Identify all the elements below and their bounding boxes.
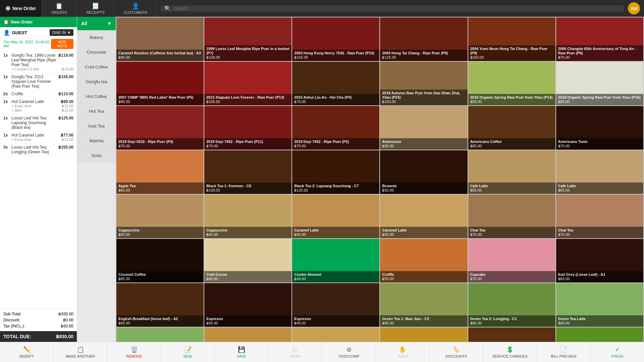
product-card[interactable]: 2004 Yuen Neun Hong Tai Chang - Raw Puer… [468, 17, 555, 61]
product-card[interactable]: Caramel Rooibos (Caffeine free herbal te… [116, 17, 204, 61]
service-charges-button[interactable]: 💲 SERVICE CHARGES [483, 342, 537, 362]
order-item[interactable]: 2x Croffle ฿110.00 [0, 90, 77, 98]
product-card[interactable]: Earl Grey (Loose Leaf) - A1 ฿65.00 [556, 239, 643, 282]
save-button[interactable]: 💾 SAVE [215, 342, 268, 362]
product-card[interactable]: Hazelnut Latte ฿65.00 [204, 327, 291, 342]
product-card[interactable]: Americano Tonic ฿75.00 [556, 106, 643, 150]
finish-button[interactable]: ✓ FINISH [591, 342, 644, 362]
make-another-label: MAKE ANOTHER [66, 354, 95, 358]
tab-customers[interactable]: 👤 CUSTOMERS [114, 0, 157, 17]
order-item[interactable]: 1x Hot Caramel Latte ฿77.00 + Extra shot… [0, 132, 77, 144]
add-note-button[interactable]: ADD NOTE [51, 39, 73, 49]
product-overlay: 2018 Organic Spring Raw Puer from Yiwu (… [556, 94, 643, 105]
product-card[interactable]: 2019 Dayi 7452 - Ripe Puer (P11) ฿75.00 [204, 106, 291, 150]
category-cold-coffee[interactable]: Cold Coffee [77, 60, 116, 74]
all-category-button[interactable]: All ▼ [77, 17, 116, 30]
product-card[interactable]: Caramel Latte ฿65.00 [380, 195, 467, 238]
order-item[interactable]: 1x Gongfu Tea: 2013 Xiaguan Love Forever… [0, 73, 77, 90]
remove-button[interactable]: 🗑️ REMOVE [107, 342, 161, 362]
send-button[interactable]: ▷ SEND [268, 342, 322, 362]
tab-receipts[interactable]: 🧾 RECEIPTS [77, 0, 114, 17]
product-card[interactable]: 1999 Loose Leaf Menghai Ripe Puer in a b… [204, 17, 291, 61]
product-card[interactable]: Brownie ฿55.00 [380, 150, 467, 194]
product-card[interactable]: 2007 CNNP '9891 Red Label' Raw Puer (P5)… [116, 62, 204, 105]
category-soda[interactable]: Soda [77, 148, 116, 163]
void-icon: ⊘ [346, 346, 352, 353]
item-name: Gongfu Tea: 1999 Loose Leaf Menghai Ripe… [10, 53, 58, 67]
hold-button[interactable]: ✋ HOLD [376, 342, 430, 362]
modify-icon: ✏️ [23, 346, 31, 353]
product-name: Americano Tonic [558, 140, 641, 144]
product-card[interactable]: 2006 Changtai 65th Anniversary of Tong A… [556, 17, 643, 61]
product-name: 2007 CNNP '9891 Red Label' Raw Puer (P5) [118, 95, 202, 100]
product-card[interactable]: Cupcake ฿75.00 [468, 239, 555, 282]
product-price: ฿75.00 [294, 100, 377, 104]
product-card[interactable]: 2019 Dayi 0532 - Ripe Puer (P3) ฿75.00 [116, 106, 204, 150]
category-bakery[interactable]: Bakery [77, 30, 116, 45]
product-card[interactable]: Honey Coffee ฿65.00 [380, 327, 467, 342]
category-iced-tea[interactable]: Iced Tea [77, 119, 116, 134]
product-card[interactable]: Cappuccino ฿65.00 [204, 195, 291, 238]
product-card[interactable]: 2003 Hong Kong Henry 7542 - Raw Puer (P1… [292, 17, 379, 61]
product-card[interactable]: Green Tea Latte ฿65.00 [116, 327, 204, 342]
product-card[interactable]: Americano ฿55.00 [380, 106, 467, 150]
product-card[interactable]: 2015 Anhui Liu-An - Hei Cha (P4) ฿75.00 [292, 62, 379, 105]
product-card[interactable]: Coconut Coffee ฿65.00 [116, 239, 204, 282]
product-card[interactable]: 2018 Autumn Raw Puer from Gao Shan Zhai,… [380, 62, 467, 105]
product-card[interactable]: Black Tea 2: Lapsang Souchong - C7 ฿125.… [292, 150, 379, 194]
product-card[interactable]: Hot Matcha ฿65.00 [556, 327, 643, 342]
product-card[interactable]: Cappuccino ฿55.00 [116, 195, 204, 238]
category-gongfu-tea[interactable]: Gongfu tea [77, 74, 116, 89]
avatar[interactable]: AM [628, 2, 640, 14]
product-card[interactable]: Green Tea 2: Longjing - C1 ฿85.00 [468, 283, 555, 327]
product-card[interactable]: Cold Cocoa ฿65.00 [204, 239, 291, 282]
product-price: ฿150.00 [382, 100, 465, 104]
tab-orders[interactable]: 📋 ORDERS [42, 0, 77, 17]
product-card[interactable]: Caramel Latte ฿65.00 [292, 195, 379, 238]
bill-preview-button[interactable]: 📄 BILL PREVIEW [537, 342, 591, 362]
void-comp-button[interactable]: ⊘ VOID/COMP [322, 342, 376, 362]
product-name: 2019 Dayi 7452 - Ripe Puer (P2) [294, 140, 377, 144]
modify-button[interactable]: ✏️ MODIFY [0, 342, 54, 362]
product-card[interactable]: English Breakfast (loose leaf) - A2 ฿65.… [116, 283, 204, 327]
product-card[interactable]: Green Tea Latte ฿65.00 [556, 283, 643, 327]
product-overlay: 2013 Xiaguan Love Forever - Raw Puer (P1… [204, 94, 291, 105]
product-card[interactable]: Cookie Almond ฿49.00 [292, 239, 379, 282]
category-chocolate[interactable]: Chocolate [77, 45, 116, 60]
product-card[interactable]: Green Tea 1: Mao Jian - C2 ฿85.00 [380, 283, 467, 327]
category-hot-coffee[interactable]: Hot Coffee [77, 89, 116, 104]
order-item[interactable]: 1x Loose Leaf Hot Tea: Lapsang Souchong … [0, 114, 77, 132]
order-item[interactable]: 1x Gongfu Tea: 1999 Loose Leaf Menghai R… [0, 52, 77, 73]
product-card[interactable]: Cafe Latte ฿55.00 [468, 150, 555, 194]
product-name: 2006 Changtai 65th Anniversary of Tong A… [558, 47, 641, 55]
category-hot-tea[interactable]: Hot Tea [77, 104, 116, 119]
order-item[interactable]: 3x Loose Leaf Hot Tea: Longjing (Green T… [0, 144, 77, 156]
product-name: 2018 Autumn Raw Puer from Gao Shan Zhai,… [382, 91, 465, 100]
product-card[interactable]: 2018 Organic Spring Raw Puer from Yiwu (… [468, 62, 555, 105]
product-card[interactable]: Chai Tea ฿75.00 [556, 195, 643, 238]
new-button[interactable]: 📝 NEW [161, 342, 215, 362]
dine-in-button[interactable]: DINE IN ▼ [50, 29, 73, 36]
order-item[interactable]: 1x Hot Caramel Latte ฿89.00 + Extra shot… [0, 98, 77, 114]
new-order-button[interactable]: ⊕ New Order [0, 0, 42, 17]
product-card[interactable]: Hot Chocolate ฿65.00 [468, 327, 555, 342]
product-name: 2018 Organic Spring Raw Puer from Yiwu (… [470, 95, 553, 100]
product-card[interactable]: Espresso ฿65.00 [204, 283, 291, 327]
search-input[interactable] [174, 6, 621, 11]
product-card[interactable]: Chai Tea ฿75.00 [468, 195, 555, 238]
discounts-button[interactable]: 🏷️ DISCOUNTS [430, 342, 483, 362]
product-card[interactable]: Apple Tea ฿65.00 [116, 150, 204, 194]
product-card[interactable]: Americano Coffee ฿65.00 [468, 106, 555, 150]
product-card[interactable]: 2018 Organic Spring Raw Puer from Yiwu (… [556, 62, 643, 105]
product-card[interactable]: 2019 Dayi 7452 - Ripe Puer (P2) ฿75.00 [292, 106, 379, 150]
product-card[interactable]: Hazelnut Latte ฿65.00 [292, 327, 379, 342]
order-date: Thu May 26, 2022, 10:40:20 AM [3, 40, 51, 48]
product-card[interactable]: Cafe Latte ฿65.00 [556, 150, 643, 194]
product-card[interactable]: Croffle ฿55.00 [380, 239, 467, 282]
product-card[interactable]: Black Tea 1: Keemun - C6 ฿100.00 [204, 150, 291, 194]
product-card[interactable]: 2013 Xiaguan Love Forever - Raw Puer (P1… [204, 62, 291, 105]
product-card[interactable]: Espresso ฿45.00 [292, 283, 379, 327]
make-another-button[interactable]: 📋 MAKE ANOTHER [54, 342, 107, 362]
category-matcha[interactable]: Matcha [77, 134, 116, 148]
product-card[interactable]: 2004 Hong Tai Chang - Ripe Puer (P8) ฿12… [380, 17, 467, 61]
